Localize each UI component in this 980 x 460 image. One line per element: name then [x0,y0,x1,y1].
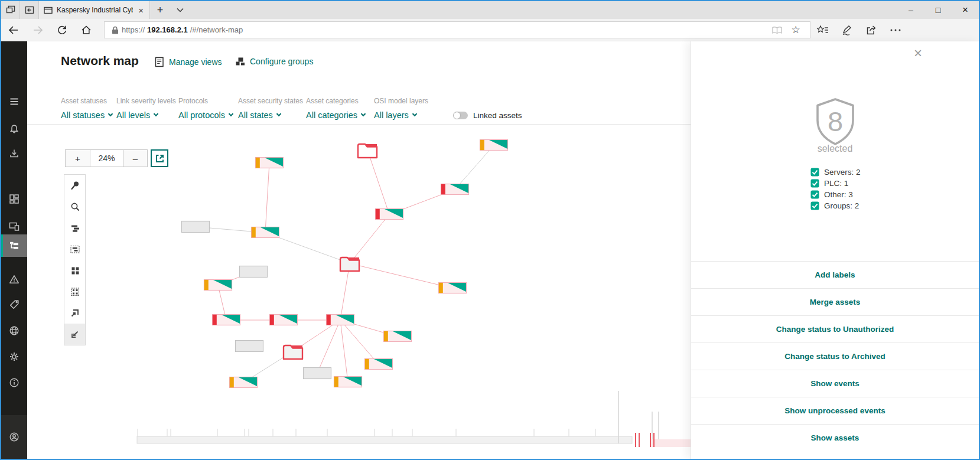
sidebar-network-button[interactable] [1,319,27,342]
maximize-button[interactable]: □ [924,1,952,19]
checkbox-checked[interactable] [810,179,819,188]
select-group-tool[interactable] [64,281,85,302]
share-icon [865,25,877,35]
map-node-asset-orange[interactable] [334,377,362,387]
map-node-asset-red[interactable] [376,209,403,220]
browser-tab[interactable]: Kaspersky Industrial Cyb × [39,1,150,19]
category-label: Servers: 2 [824,168,861,177]
zoom-tool[interactable] [64,196,85,217]
map-node-box[interactable] [240,266,268,278]
map-node-asset-orange[interactable] [439,283,467,293]
group-icon [70,265,80,276]
manage-views-button[interactable]: Manage views [155,57,222,67]
map-node-asset-orange[interactable] [365,359,393,370]
move-to-group-tool[interactable] [64,302,85,324]
forward-button[interactable] [25,19,50,41]
timeline[interactable] [137,391,691,447]
map-node-asset-orange[interactable] [256,158,284,168]
manage-views-label: Manage views [169,57,222,67]
filter-value-dropdown-link-severity-levels[interactable]: All levels [116,110,176,120]
filter-value-dropdown-osi-model-layers[interactable]: All layers [374,110,428,120]
filter-value-dropdown-asset-security-states[interactable]: All states [238,110,303,120]
sidebar-events-button[interactable] [1,268,27,291]
favorites-hub-button[interactable] [810,19,835,41]
checkbox-checked[interactable] [810,201,819,210]
network-map-canvas[interactable]: + 24% – [27,125,691,459]
linked-assets-toggle[interactable] [453,112,468,119]
web-note-button[interactable] [835,19,859,41]
more-options-button[interactable] [883,19,907,41]
map-node-asset-orange[interactable] [384,331,412,342]
reading-view-button[interactable] [769,25,785,35]
layers-tool[interactable] [64,217,85,239]
map-node-box[interactable] [304,368,331,379]
minimize-button[interactable]: – [897,1,924,19]
app-root: Network map Manage views Configure group… [1,41,979,459]
sidebar-network-map-button[interactable] [1,234,27,257]
map-node-asset-orange[interactable] [204,280,232,291]
url-input[interactable]: https://192.168.2.1/#/network-map ☆ [104,21,810,38]
filter-value-dropdown-protocols[interactable]: All protocols [178,110,233,120]
configure-groups-button[interactable]: Configure groups [235,57,313,66]
sidebar-account-section [1,415,27,459]
tabs-preview-button[interactable] [20,1,39,19]
category-label: Groups: 2 [824,201,859,210]
map-link-pink [350,263,452,288]
action-change-status-to-archived[interactable]: Change status to Archived [691,342,979,370]
new-tab-button[interactable]: + [150,1,170,19]
map-node-asset-orange[interactable] [230,377,258,388]
set-aside-tabs-button[interactable] [1,1,20,19]
map-node-asset-orange[interactable] [480,140,508,151]
sidebar-downloads-button[interactable] [1,142,27,165]
map-node-group[interactable] [340,257,359,271]
map-node-group[interactable] [358,144,377,158]
chevron-down-icon [229,112,233,116]
tab-chevron-button[interactable] [170,1,190,19]
url-scheme: https:// [122,25,145,34]
map-node-group[interactable] [284,345,302,359]
category-row: PLC: 1 [810,178,861,189]
map-node-asset-red[interactable] [327,315,354,325]
sidebar-settings-button[interactable] [1,345,27,368]
filter-osi-model-layers: OSI model layersAll layers [374,97,428,120]
sidebar-menu-button[interactable] [1,90,27,113]
sidebar-tags-button[interactable] [1,293,27,316]
checkbox-checked[interactable] [810,168,819,177]
favorite-star-button[interactable]: ☆ [787,24,804,36]
map-node-asset-orange[interactable] [252,227,279,238]
selected-shield: 8 [691,97,979,146]
map-node-box[interactable] [236,341,263,352]
zoom-out-button[interactable]: – [123,150,147,167]
panel-close-button[interactable]: × [914,46,922,60]
action-show-assets[interactable]: Show assets [691,424,979,451]
action-add-labels[interactable]: Add labels [691,261,979,288]
share-button[interactable] [859,19,883,41]
sidebar-notifications-button[interactable] [1,118,27,141]
map-node-asset-red[interactable] [441,184,469,195]
map-node-asset-red[interactable] [270,315,298,325]
sidebar-account-button[interactable] [1,426,27,448]
tab-close-button[interactable]: × [137,6,145,15]
back-button[interactable] [1,19,25,41]
sidebar-dashboard-button[interactable] [1,188,27,210]
action-show-events[interactable]: Show events [691,370,979,397]
checkbox-checked[interactable] [810,190,819,199]
zoom-in-button[interactable]: + [66,150,90,167]
collapse-node-tool[interactable] [64,324,85,345]
action-show-unprocessed-events[interactable]: Show unprocessed events [691,397,979,424]
filter-value-dropdown-asset-categories[interactable]: All categories [306,110,365,120]
select-layers-tool[interactable] [64,239,85,260]
zoom-node-tool[interactable] [64,175,85,196]
refresh-icon [56,24,68,36]
group-tool[interactable] [64,260,85,281]
fullscreen-button[interactable] [151,149,168,167]
map-node-box[interactable] [182,221,210,233]
action-merge-assets[interactable]: Merge assets [691,288,979,315]
sidebar-about-button[interactable] [1,371,27,394]
filter-value-dropdown-asset-statuses[interactable]: All statuses [61,110,112,120]
action-change-status-to-unauthorized[interactable]: Change status to Unauthorized [691,315,979,342]
map-node-asset-red[interactable] [213,315,240,325]
refresh-button[interactable] [50,19,74,41]
home-button[interactable] [74,19,98,41]
window-close-button[interactable]: × [952,1,979,19]
